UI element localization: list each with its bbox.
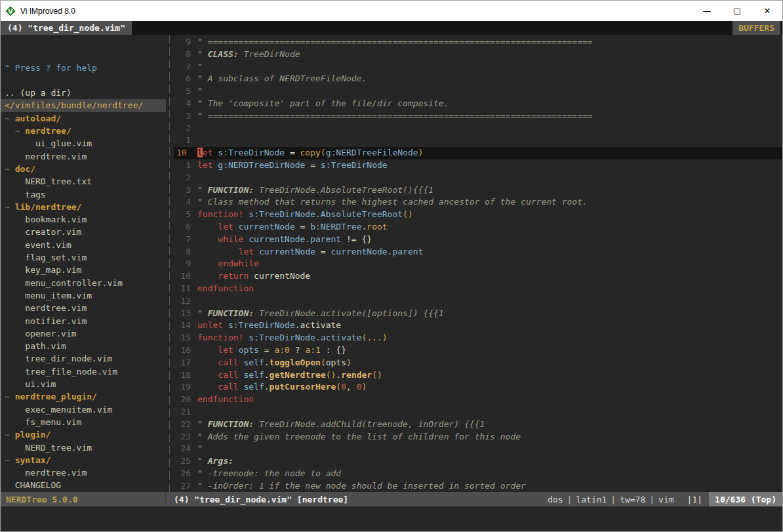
tree-file-item[interactable]: CHANGELOG	[1, 479, 166, 491]
tree-file-item[interactable]: event.vim	[1, 239, 166, 251]
tree-dir-item[interactable]: ~ autoload/	[1, 112, 166, 125]
tree-file-item[interactable]: exec_menuitem.vim	[1, 403, 166, 416]
line-number: 10	[174, 147, 197, 159]
line-number: 7	[174, 234, 197, 246]
code-line[interactable]: 18 call self.getNerdtree().render()	[174, 369, 782, 382]
code-line[interactable]: 22" FUNCTION: TreeDirNode.addChild(treen…	[174, 419, 782, 431]
code-line[interactable]: 2	[174, 172, 782, 184]
editor-panel: 9" =====================================…	[174, 35, 782, 492]
code-line[interactable]: 14unlet s:TreeDirNode.activate	[174, 319, 782, 332]
code-line[interactable]: 5"	[174, 85, 782, 98]
code-text: " ======================================…	[197, 110, 593, 123]
code-line[interactable]: 13" FUNCTION: TreeDirNode.activate([opti…	[174, 308, 782, 320]
tree-file-item[interactable]: ui_glue.vim	[1, 137, 166, 150]
tree-item-label: notifier.vim	[25, 316, 87, 326]
tree-file-item[interactable]: bookmark.vim	[1, 213, 166, 226]
tree-file-item[interactable]: creator.vim	[1, 226, 166, 238]
code-line[interactable]: 19 call self.putCursorHere(0, 0)	[174, 381, 782, 394]
code-line[interactable]: 1let g:NERDTreeDirNode = s:TreeDirNode	[174, 159, 782, 172]
tree-file-item[interactable]: menu_controller.vim	[1, 277, 166, 289]
code-line[interactable]: 6" A subclass of NERDTreeFileNode.	[174, 73, 782, 85]
tree-file-item[interactable]: nerdtree.vim	[1, 150, 166, 163]
tree-file-item[interactable]: nerdtree.vim	[1, 466, 166, 479]
code-line[interactable]: 8 let currentNode = currentNode.parent	[174, 246, 782, 258]
code-line[interactable]: 27" -inOrder: 1 if the new node should b…	[174, 480, 782, 492]
tree-up-dir[interactable]: .. (up a dir)	[1, 87, 166, 99]
line-number: 3	[174, 184, 197, 197]
tree-file-item[interactable]: ui.vim	[1, 378, 166, 390]
code-line[interactable]: 9" =====================================…	[174, 36, 782, 49]
code-text: let currentNode = b:NERDTree.root	[197, 221, 388, 234]
code-line[interactable]: 12	[174, 295, 782, 308]
dir-open-arrow-icon[interactable]: ~	[5, 202, 15, 212]
code-line[interactable]: 4" Class method that returns the highest…	[174, 196, 782, 209]
code-line[interactable]: 23" Adds the given treenode to the list …	[174, 431, 782, 443]
code-line[interactable]: 4" The 'composite' part of the file/dir …	[174, 98, 782, 110]
tree-file-item[interactable]: tags	[1, 188, 166, 201]
dir-open-arrow-icon[interactable]: ~	[5, 430, 15, 440]
tree-file-item[interactable]: flag_set.vim	[1, 251, 166, 264]
code-line[interactable]: 25" Args:	[174, 455, 782, 468]
code-line[interactable]: 16 let opts = a:0 ? a:1 : {}	[174, 344, 782, 357]
code-line[interactable]: 10 return currentNode	[174, 270, 782, 283]
tab-active[interactable]: (4) "tree_dir_node.vim"	[1, 21, 132, 35]
tree-file-item[interactable]: fs_menu.vim	[1, 416, 166, 428]
tree-file-item[interactable]: NERD_tree.txt	[1, 175, 166, 188]
tree-file-item[interactable]: nerdtree.vim	[1, 302, 166, 314]
close-button[interactable]: ✕	[752, 1, 782, 21]
code-line[interactable]: 2	[174, 123, 782, 135]
tree-dir-item[interactable]: ~ nerdtree/	[1, 125, 166, 137]
tree-root-path[interactable]: </vimfiles/bundle/nerdtree/	[1, 99, 166, 112]
line-number: 19	[174, 381, 197, 394]
tree-dir-item[interactable]: ~ syntax/	[1, 454, 166, 466]
tree-file-item[interactable]: key_map.vim	[1, 264, 166, 276]
code-line[interactable]: 1	[174, 134, 782, 147]
code-line[interactable]: 8" CLASS: TreeDirNode	[174, 49, 782, 61]
tree-file-item[interactable]: opener.vim	[1, 327, 166, 340]
tree-file-item[interactable]: path.vim	[1, 340, 166, 352]
tree-file-item[interactable]: tree_dir_node.vim	[1, 352, 166, 365]
tree-file-item[interactable]: menu_item.vim	[1, 289, 166, 302]
code-text: " -treenode: the node to add	[197, 468, 341, 480]
dir-open-arrow-icon[interactable]: ~	[5, 164, 15, 174]
window-title: Vi IMproved 8.0	[20, 7, 75, 16]
tree-item-label: nerdtree/	[25, 126, 71, 136]
code-line[interactable]: 7"	[174, 61, 782, 73]
dir-open-arrow-icon[interactable]: ~	[5, 113, 15, 123]
code-line[interactable]: 20endfunction	[174, 394, 782, 406]
code-line[interactable]: 7 while currentNode.parent != {}	[174, 234, 782, 246]
code-line[interactable]: 26" -treenode: the node to add	[174, 468, 782, 480]
tree-indent	[5, 291, 25, 300]
tree-file-item[interactable]: notifier.vim	[1, 315, 166, 327]
tree-item-label: .. (up a dir)	[5, 88, 71, 98]
code-line[interactable]: 24"	[174, 443, 782, 455]
tree-item-label: nerdtree_plugin/	[15, 392, 97, 401]
content-area: " Press ? for help.. (up a dir)</vimfile…	[1, 35, 782, 492]
code-line[interactable]: 11endfunction	[174, 283, 782, 295]
code-line[interactable]: 6 let currentNode = b:NERDTree.root	[174, 221, 782, 234]
maximize-button[interactable]: ▢	[722, 1, 752, 21]
code-line-current[interactable]: 10let s:TreeDirNode = copy(g:NERDTreeFil…	[174, 147, 782, 159]
tree-item-label: fs_menu.vim	[25, 417, 81, 427]
dir-open-arrow-icon[interactable]: ~	[5, 455, 15, 465]
tree-file-item[interactable]: NERD_tree.vim	[1, 441, 166, 454]
code-line[interactable]: 15function! s:TreeDirNode.activate(...)	[174, 332, 782, 344]
code-text: endfunction	[197, 283, 254, 295]
code-line[interactable]: 3" FUNCTION: TreeDirNode.AbsoluteTreeRoo…	[174, 184, 782, 197]
window-separator[interactable]	[166, 35, 174, 492]
dir-open-arrow-icon[interactable]: ~	[15, 126, 26, 136]
code-lines: 9" =====================================…	[174, 36, 782, 492]
code-line[interactable]: 5function! s:TreeDirNode.AbsoluteTreeRoo…	[174, 209, 782, 221]
code-line[interactable]: 17 call self.toggleOpen(opts)	[174, 357, 782, 369]
code-line[interactable]: 3" =====================================…	[174, 110, 782, 123]
tree-dir-item[interactable]: ~ doc/	[1, 163, 166, 175]
tree-dir-item[interactable]: ~ nerdtree_plugin/	[1, 390, 166, 403]
tree-dir-item[interactable]: ~ lib/nerdtree/	[1, 201, 166, 213]
dir-open-arrow-icon[interactable]: ~	[5, 392, 15, 401]
code-line[interactable]: 9 endwhile	[174, 258, 782, 270]
code-line[interactable]: 21	[174, 406, 782, 419]
tree-file-item[interactable]: tree_file_node.vim	[1, 365, 166, 378]
command-line[interactable]	[1, 506, 782, 531]
minimize-button[interactable]: —	[692, 1, 722, 21]
tree-dir-item[interactable]: ~ plugin/	[1, 428, 166, 441]
